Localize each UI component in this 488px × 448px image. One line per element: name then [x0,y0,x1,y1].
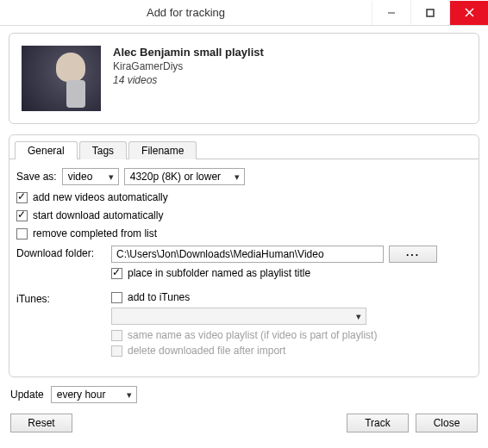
tab-general[interactable]: General [15,141,78,159]
playlist-video-count: 14 videos [113,74,466,86]
remove-completed-label: remove completed from list [33,227,157,240]
footer: Update every hour Reset Track Close [0,384,488,441]
tab-strip: General Tags Filename [15,141,479,159]
subfolder-checkbox[interactable] [111,268,122,279]
playlist-info-text: Alec Benjamin small playlist KiraGamerDi… [113,46,466,111]
window-title: Add for tracking [0,6,372,19]
add-itunes-label: add to iTunes [128,291,190,303]
update-select[interactable]: every hour [51,386,137,403]
content: Alec Benjamin small playlist KiraGamerDi… [0,26,488,384]
playlist-info-box: Alec Benjamin small playlist KiraGamerDi… [9,33,479,124]
maximize-button[interactable] [410,1,449,25]
remove-completed-checkbox[interactable] [16,228,28,240]
start-download-checkbox[interactable] [16,210,28,221]
tab-filename[interactable]: Filename [128,141,197,159]
itunes-playlist-select [111,308,366,325]
download-folder-label: Download folder: [16,246,106,259]
reset-button[interactable]: Reset [10,414,72,432]
minimize-icon [387,9,396,17]
itunes-label: iTunes: [16,291,106,305]
itunes-delete-label: delete downloaded file after import [128,345,285,357]
playlist-title: Alec Benjamin small playlist [113,46,466,59]
browse-button[interactable]: ... [389,246,437,263]
tab-tags[interactable]: Tags [79,141,127,159]
itunes-delete-checkbox [111,345,122,357]
svg-rect-1 [427,9,434,16]
titlebar: Add for tracking [0,0,488,26]
close-button[interactable] [449,1,488,25]
window-controls [372,1,488,25]
add-itunes-checkbox[interactable] [111,292,122,303]
maximize-icon [426,9,435,17]
add-new-checkbox[interactable] [16,192,28,203]
close-dialog-button[interactable]: Close [416,414,478,432]
playlist-author: KiraGamerDiys [113,60,466,72]
itunes-same-name-checkbox [111,330,122,341]
format-select[interactable]: video [62,168,119,185]
minimize-button[interactable] [372,1,410,25]
itunes-same-name-label: same name as video playlist (if video is… [128,329,377,341]
tabs-container: General Tags Filename Save as: video 432… [9,134,479,377]
subfolder-label: place in subfolder named as playlist tit… [128,267,310,279]
track-button[interactable]: Track [347,414,409,432]
quality-select[interactable]: 4320p (8K) or lower [124,168,245,185]
tab-panel-general: Save as: video 4320p (8K) or lower add n… [9,159,479,376]
start-download-label: start download automatically [33,209,163,221]
save-as-label: Save as: [16,171,57,183]
download-folder-input[interactable] [111,246,384,263]
add-new-label: add new videos automatically [33,191,168,203]
playlist-thumbnail [22,46,101,111]
close-icon [465,8,474,17]
update-label: Update [10,389,44,401]
